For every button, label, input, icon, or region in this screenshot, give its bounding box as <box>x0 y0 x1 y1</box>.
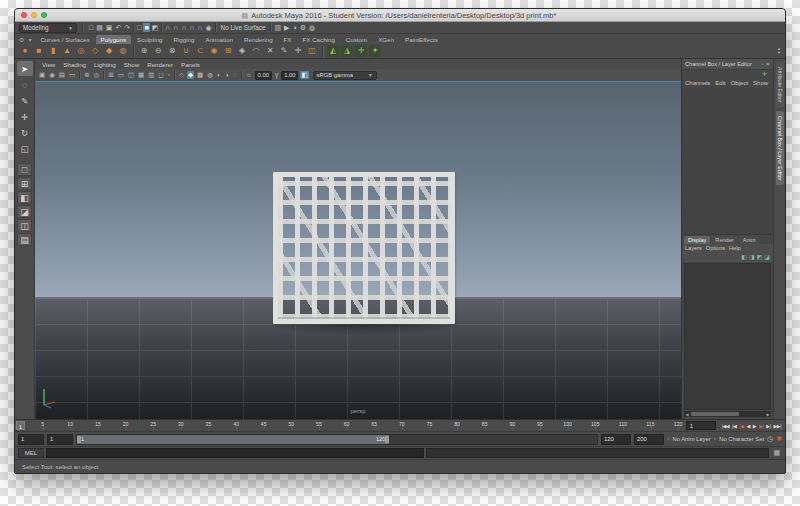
toggle-layer-visibility-icon[interactable]: ◧ <box>741 253 747 262</box>
polygon-pyramid-icon[interactable]: ◆ <box>103 45 115 57</box>
wireframe-icon[interactable]: ◇ <box>178 71 185 80</box>
step-forward-frame-button[interactable]: ▶| <box>758 423 764 429</box>
layout-persp-graph-button[interactable]: ◪ <box>17 205 32 218</box>
character-set-dropdown[interactable]: No Character Set <box>719 436 764 442</box>
script-editor-icon[interactable]: ▦ <box>771 449 782 457</box>
shelf-overflow[interactable]: ▲ ▼ <box>777 47 781 56</box>
polygon-cube-icon[interactable]: ■ <box>33 45 45 57</box>
viewport-menu-show[interactable]: Show <box>124 61 139 68</box>
move-tool[interactable]: ✛ <box>17 109 33 124</box>
playback-range-bar[interactable]: 1 120 <box>77 435 389 444</box>
layer-menu-layers[interactable]: Layers <box>685 245 702 251</box>
shelf-tab-polygons[interactable]: Polygons <box>96 35 131 44</box>
scroll-right-icon[interactable]: ▶ <box>765 411 771 417</box>
shelf-tab-custom[interactable]: Custom <box>341 35 372 44</box>
snap-to-view-plane-icon[interactable]: ∩ <box>196 23 203 32</box>
new-scene-icon[interactable]: □ <box>88 23 94 32</box>
channel-box-menu-show[interactable]: Show <box>753 80 768 86</box>
motion-blur-icon[interactable]: ◌ <box>232 71 238 80</box>
shelf-menu-icon[interactable]: ▾ <box>28 36 31 43</box>
channel-box-menu-object[interactable]: Object <box>731 80 748 86</box>
animation-start-field[interactable]: 1 <box>18 434 44 445</box>
zoom-window-button[interactable] <box>41 12 47 18</box>
anim-layer-dropdown[interactable]: No Anim Layer <box>673 436 711 442</box>
shelf-gear-icon[interactable]: ⚙ <box>19 36 24 43</box>
scrollbar-thumb[interactable] <box>691 412 739 416</box>
range-start-handle[interactable] <box>77 436 81 443</box>
range-track[interactable]: 1 120 <box>76 434 598 445</box>
textured-icon[interactable]: ▩ <box>196 71 204 80</box>
shelf-tab-fx-caching[interactable]: FX Caching <box>298 35 340 44</box>
polygon-plane-icon[interactable]: ◇ <box>89 45 101 57</box>
smooth-sculpt-tool-icon[interactable]: ◮ <box>341 45 353 57</box>
extrude-icon[interactable]: ⊞ <box>222 45 234 57</box>
select-by-component-icon[interactable]: ◩ <box>151 23 160 32</box>
time-slider-track[interactable]: 1 51015202530354045505560657075808590951… <box>15 421 684 430</box>
smooth-icon[interactable]: ◉ <box>208 45 220 57</box>
current-frame-marker[interactable]: 1 <box>16 421 25 430</box>
go-to-end-button[interactable]: ▶▶| <box>773 423 783 429</box>
layout-persp-outliner-button[interactable]: ◧ <box>17 191 32 204</box>
snap-to-grid-icon[interactable]: ∩ <box>164 23 171 32</box>
layer-menu-options[interactable]: Options <box>706 245 725 251</box>
exposure-field[interactable]: 0.00 <box>255 71 272 80</box>
combine-icon[interactable]: ∪ <box>180 45 192 57</box>
command-input[interactable] <box>46 448 424 458</box>
scroll-left-icon[interactable]: ◀ <box>684 411 690 417</box>
snap-to-projected-center-icon[interactable]: ∩ <box>188 23 195 32</box>
grid-icon[interactable]: ⊞ <box>107 71 114 80</box>
layer-scrollbar[interactable]: ◀ ▶ <box>684 411 771 417</box>
layer-tab-render[interactable]: Render <box>711 236 737 244</box>
layout-single-pane-button[interactable]: □ <box>17 163 32 176</box>
play-backwards-button[interactable]: ◀ <box>745 423 750 429</box>
viewport-menu-lighting[interactable]: Lighting <box>94 61 116 68</box>
step-back-frame-button[interactable]: |◀ <box>738 423 744 429</box>
shelf-tab-curves-surfaces[interactable]: Curves / Surfaces <box>35 35 94 44</box>
bridge-icon[interactable]: ◠ <box>250 45 262 57</box>
playback-options-icon[interactable]: ◷ <box>767 435 773 443</box>
bevel-icon[interactable]: ◈ <box>236 45 248 57</box>
2d-pan-zoom-icon[interactable]: ⊕ <box>83 71 90 80</box>
step-forward-key-button[interactable]: ▶| <box>765 423 771 429</box>
camera-attributes-icon[interactable]: ◉ <box>48 71 56 80</box>
minimize-window-button[interactable] <box>31 12 37 18</box>
exposure-icon[interactable]: ☼ <box>245 71 253 80</box>
render-settings-icon[interactable]: ⚙ <box>299 23 307 32</box>
shelf-tab-painteffects[interactable]: PaintEffects <box>400 35 443 44</box>
side-tab-attribute-editor[interactable]: Attribute Editor <box>776 62 784 108</box>
step-back-key-button[interactable]: |◀ <box>731 423 737 429</box>
multi-cut-icon[interactable]: ✕ <box>264 45 276 57</box>
snap-to-point-icon[interactable]: ∩ <box>180 23 187 32</box>
paint-select-tool[interactable]: ✎ <box>17 93 33 108</box>
gate-mask-icon[interactable]: ▦ <box>137 71 145 80</box>
layer-tab-display[interactable]: Display <box>684 236 710 244</box>
rotate-tool[interactable]: ↻ <box>17 125 33 140</box>
select-tool[interactable]: ➤ <box>17 61 33 76</box>
polygon-cone-icon[interactable]: ▲ <box>61 45 73 57</box>
view-transform-dropdown[interactable]: sRGB gamma ▼ <box>313 71 377 80</box>
screen-space-ao-icon[interactable]: ◑ <box>224 71 230 80</box>
shelf-tab-sculpting[interactable]: Sculpting <box>132 35 167 44</box>
boolean-intersection-icon[interactable]: ⊗ <box>166 45 178 57</box>
quad-draw-icon[interactable]: ✎ <box>278 45 290 57</box>
open-scene-icon[interactable]: ▤ <box>95 23 104 32</box>
display-render-globals-icon[interactable]: ◍ <box>308 23 316 32</box>
make-object-live-icon[interactable]: ◉ <box>204 23 212 32</box>
shelf-tab-rigging[interactable]: Rigging <box>169 35 200 44</box>
viewport-menu-view[interactable]: View <box>42 61 55 68</box>
animation-end-field[interactable]: 200 <box>634 434 664 445</box>
go-to-start-button[interactable]: |◀◀ <box>721 423 731 429</box>
layout-persp-uv-button[interactable]: ▤ <box>17 233 32 246</box>
snap-to-curve-icon[interactable]: ∩ <box>172 23 179 32</box>
sculpt-tool-icon[interactable]: ◭ <box>327 45 339 57</box>
polygon-torus-icon[interactable]: ◎ <box>75 45 87 57</box>
layout-hypershade-persp-button[interactable]: ◫ <box>17 219 32 232</box>
layer-menu-help[interactable]: Help <box>729 245 741 251</box>
range-end-handle[interactable] <box>385 436 389 443</box>
select-by-hierarchy-icon[interactable]: □ <box>136 23 142 32</box>
new-layer-options-icon[interactable]: ◪ <box>764 253 770 262</box>
film-gate-icon[interactable]: ▭ <box>117 71 125 80</box>
undo-icon[interactable]: ↶ <box>114 23 122 32</box>
redo-icon[interactable]: ↷ <box>123 23 131 32</box>
3d-print-model[interactable] <box>273 172 455 324</box>
